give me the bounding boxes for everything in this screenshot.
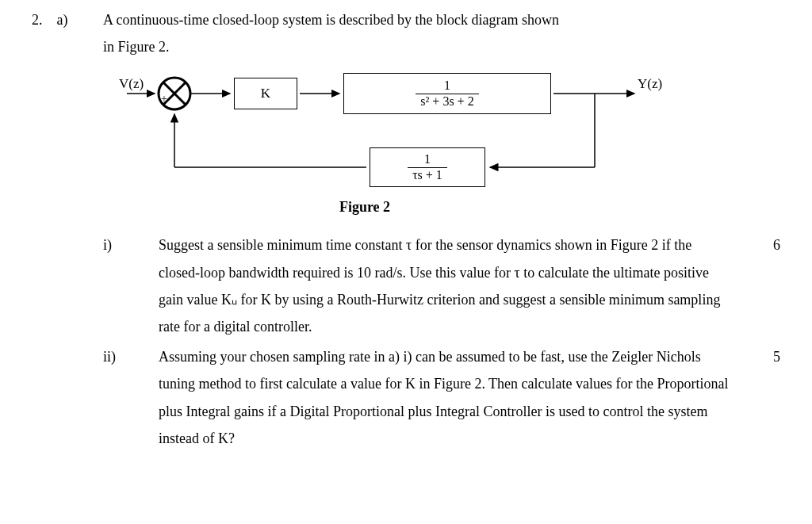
subpart-ii-marks: 5 [756,343,780,452]
intro-line2: in Figure 2. [103,39,170,55]
sum-minus: - [173,99,177,120]
sensor-block: 1 τs + 1 [370,147,485,187]
sum-plus: + [161,89,167,110]
subpart-ii-label: ii) [103,343,159,452]
q-num-text: 2. [32,12,43,28]
plant-block: 1 s² + 3s + 2 [343,73,551,114]
sensor-den: τs + 1 [408,167,447,182]
subpart-i-text: Suggest a sensible minimum time constant… [159,231,756,340]
sensor-num: 1 [419,152,435,166]
output-label: Y(z) [638,71,662,97]
subpart-ii-text: Assuming your chosen sampling rate in a)… [159,343,756,452]
sensor-fraction: 1 τs + 1 [408,152,447,182]
question-number: 2. a) [32,6,79,452]
gain-label: K [261,81,270,106]
subpart-i: i) Suggest a sensible minimum time const… [103,231,780,340]
plant-den: s² + 3s + 2 [416,94,478,109]
subpart-ii: ii) Assuming your chosen sampling rate i… [103,343,780,452]
intro-text: A continuous-time closed-loop system is … [103,6,780,60]
intro-line1: A continuous-time closed-loop system is … [103,12,559,28]
plant-num: 1 [439,78,455,93]
question-row: 2. a) A continuous-time closed-loop syst… [32,6,780,452]
figure-caption: Figure 2 [111,193,619,220]
gain-block: K [234,78,297,109]
subpart-i-label: i) [103,231,159,340]
question-content: A continuous-time closed-loop system is … [103,6,780,452]
block-diagram: K 1 s² + 3s + 2 1 τs + 1 V(z) Y(z) + - [111,70,682,212]
input-label: V(z) [119,71,144,97]
part-label: a) [57,12,68,28]
plant-fraction: 1 s² + 3s + 2 [416,78,478,109]
subpart-i-marks: 6 [756,231,780,340]
